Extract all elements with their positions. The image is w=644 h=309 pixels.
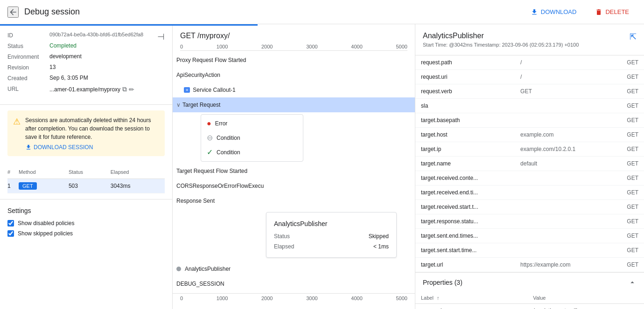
header-left: Debug session: [7, 7, 80, 18]
flow-item-response-sent[interactable]: Response Sent: [173, 193, 415, 208]
error-subitem[interactable]: ● Error: [201, 117, 303, 130]
header-right: DOWNLOAD DELETE: [523, 6, 637, 19]
header: Debug session DOWNLOAD DELETE: [0, 0, 644, 24]
list-item[interactable]: target.received.conte... GET: [415, 171, 644, 185]
prop-name: target.host: [415, 128, 515, 142]
list-item[interactable]: target.name default GET: [415, 157, 644, 171]
copy-icon[interactable]: ⧉: [122, 85, 127, 93]
analytics-status-row: Status Skipped: [274, 233, 389, 240]
url-value: ...amer-01.example/myproxy: [49, 86, 120, 93]
id-block: ID 090b72a4-be0a-430b-bfd6-d1fb5ed62fa8: [7, 32, 157, 42]
list-item[interactable]: target.url https://example.com GET: [415, 258, 644, 272]
list-item[interactable]: target.host example.com GET: [415, 128, 644, 142]
flow-item-target-request[interactable]: ∨ Target Request: [173, 97, 415, 112]
warning-icon: ⚠: [13, 117, 21, 127]
right-header: AnalyticsPublisher Start Time: @3042ms T…: [415, 24, 644, 55]
settings-checkbox[interactable]: [7, 220, 14, 227]
created-value: Sep 6, 3:05 PM: [49, 75, 165, 81]
analytics-elapsed-value: < 1ms: [373, 243, 389, 250]
list-item[interactable]: sla GET: [415, 99, 644, 113]
prop-value: default: [515, 157, 611, 171]
settings-checkbox-label: Show skipped policies: [18, 230, 73, 237]
download-session-link[interactable]: DOWNLOAD SESSION: [25, 144, 159, 151]
prop-value: [515, 243, 611, 258]
properties-table: request.path / GET request.uri / GET req…: [415, 55, 644, 272]
prop-value: /: [515, 55, 611, 70]
revision-value: 13: [49, 64, 165, 70]
expand-button[interactable]: ⇱: [630, 32, 637, 42]
status-header: Status: [69, 167, 111, 179]
list-item[interactable]: request.verb GET GET: [415, 84, 644, 99]
list-item[interactable]: target.ip example.com/10.2.0.1 GET: [415, 142, 644, 157]
properties-section-title: Properties (3): [423, 279, 462, 286]
analytics-popup-title: AnalyticsPublisher: [274, 220, 389, 227]
prop-method: GET: [611, 200, 644, 214]
warning-text: Sessions are automatically deleted withi…: [25, 117, 151, 140]
id-label: ID: [7, 32, 49, 39]
flow-item-cors-response[interactable]: CORSResponseOrErrorFlowExecu: [173, 179, 415, 193]
settings-checkbox[interactable]: [7, 230, 14, 237]
middle-panel: GET /myproxy/ 0 1000 2000 3000 4000 5000…: [173, 24, 415, 309]
flow-items: Proxy Request Flow Started ApiSecurityAc…: [173, 53, 415, 208]
list-item[interactable]: target.basepath GET: [415, 113, 644, 128]
requests-section: # Method Status Elapsed 1 GET 503 3043ms: [0, 162, 172, 199]
warning-box: ⚠ Sessions are automatically deleted wit…: [7, 110, 165, 156]
prop-value: example.com: [515, 128, 611, 142]
revision-row: Revision 13: [7, 64, 165, 71]
id-value: 090b72a4-be0a-430b-bfd6-d1fb5ed62fa8: [49, 32, 157, 37]
settings-section: Settings Show disabled policies Show ski…: [0, 199, 172, 248]
collapse-button[interactable]: ⊣: [157, 32, 165, 42]
prop-method: GET: [611, 70, 644, 84]
flow-item-debug-session[interactable]: DEBUG_SESSION: [173, 276, 415, 291]
flow-item-target-request-flow-started[interactable]: Target Request Flow Started: [173, 164, 415, 179]
back-button[interactable]: [7, 7, 19, 18]
settings-checkbox-row: Show disabled policies: [7, 220, 165, 227]
delete-button[interactable]: DELETE: [588, 6, 637, 19]
list-item[interactable]: target.received.end.ti... GET: [415, 185, 644, 200]
table-row[interactable]: 1 GET 503 3043ms: [7, 179, 165, 193]
prop-method: GET: [611, 157, 644, 171]
settings-title: Settings: [7, 207, 165, 214]
created-row: Created Sep 6, 3:05 PM: [7, 75, 165, 82]
list-item[interactable]: target.received.start.t... GET: [415, 200, 644, 214]
list-item[interactable]: target.response.statu... GET: [415, 214, 644, 229]
flow-item-proxy-request-flow[interactable]: Proxy Request Flow Started: [173, 53, 415, 68]
list-item[interactable]: request.uri / GET: [415, 70, 644, 84]
meta-section: ID 090b72a4-be0a-430b-bfd6-d1fb5ed62fa8 …: [0, 24, 172, 105]
error-dot-icon: ●: [207, 119, 211, 128]
prop-name: request.uri: [415, 70, 515, 84]
prop-value: https://example.com: [515, 258, 611, 272]
bottom-axis-labels: 0 1000 2000 3000 4000 5000: [180, 295, 407, 301]
elapsed-header: Elapsed: [111, 167, 165, 179]
prop-name: target.sent.start.time...: [415, 243, 515, 258]
flow-item-api-security-action[interactable]: ApiSecurityAction: [173, 68, 415, 82]
list-item[interactable]: target.sent.start.time... GET: [415, 243, 644, 258]
flow-item-analytics-publisher-lower[interactable]: AnalyticsPublisher: [173, 261, 415, 276]
prop-value: [515, 99, 611, 113]
prop-value: [515, 200, 611, 214]
list-item[interactable]: request.path / GET: [415, 55, 644, 70]
analytics-publisher-dot: [176, 267, 181, 271]
prop-value: [515, 113, 611, 128]
status-value: Completed: [49, 42, 165, 49]
req-status: 503: [69, 179, 111, 193]
prop-method: GET: [611, 171, 644, 185]
list-item[interactable]: target.sent.end.times... GET: [415, 229, 644, 243]
analytics-status-value: Skipped: [369, 233, 389, 240]
edit-icon[interactable]: ✏: [129, 86, 134, 93]
target-request-subitems: ● Error ⊖ Condition ✓ Condition: [201, 114, 303, 162]
prop-name: target.ip: [415, 142, 515, 157]
prop-value: [515, 185, 611, 200]
analytics-elapsed-row: Elapsed < 1ms: [274, 243, 389, 250]
list-item[interactable]: expression (analytics not null): [415, 304, 644, 309]
properties-header[interactable]: Properties (3): [415, 273, 644, 292]
success-dot-icon: ✓: [207, 148, 213, 157]
left-panel: ID 090b72a4-be0a-430b-bfd6-d1fb5ed62fa8 …: [0, 24, 173, 309]
prop-name: target.url: [415, 258, 515, 272]
method-header: Method: [19, 167, 69, 179]
condition-subitem-1[interactable]: ⊖ Condition: [201, 130, 303, 145]
prop-method: GET: [611, 99, 644, 113]
flow-item-service-callout[interactable]: ≡ Service Callout-1: [173, 82, 415, 97]
condition-subitem-2[interactable]: ✓ Condition: [201, 145, 303, 159]
download-button[interactable]: DOWNLOAD: [523, 6, 584, 19]
